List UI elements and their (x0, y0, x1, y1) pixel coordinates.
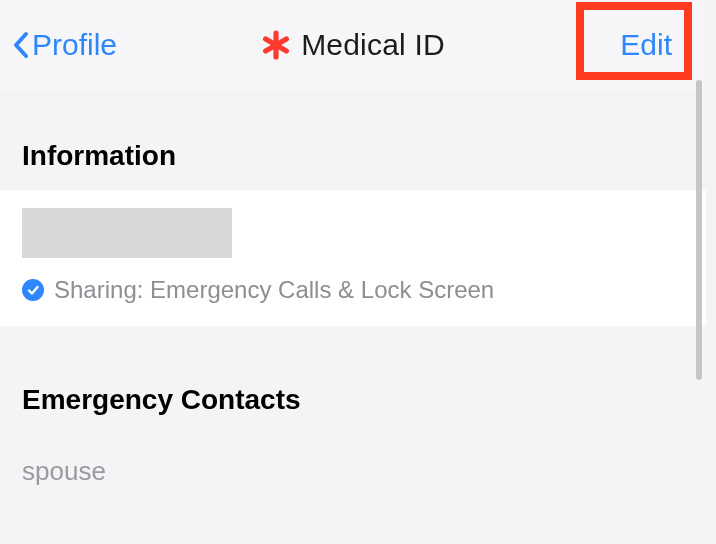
scrollbar[interactable] (696, 80, 702, 380)
section-header-information: Information (0, 90, 706, 190)
emergency-contact-relation: spouse (0, 434, 706, 487)
section-header-emergency-contacts: Emergency Contacts (0, 326, 706, 434)
edit-label: Edit (620, 28, 672, 61)
information-card: Sharing: Emergency Calls & Lock Screen (0, 190, 706, 326)
back-label: Profile (32, 28, 117, 62)
redacted-name (22, 208, 232, 258)
edit-button[interactable]: Edit (606, 22, 686, 68)
sharing-status-row: Sharing: Emergency Calls & Lock Screen (22, 276, 684, 304)
sharing-status-text: Sharing: Emergency Calls & Lock Screen (54, 276, 494, 304)
medical-asterisk-icon (261, 30, 291, 60)
medical-id-screen: Profile Medical ID Edit Information (0, 0, 706, 544)
svg-line-1 (266, 39, 287, 51)
navigation-bar: Profile Medical ID Edit (0, 0, 706, 90)
svg-line-2 (266, 39, 287, 51)
chevron-left-icon (12, 31, 30, 59)
back-button[interactable]: Profile (12, 28, 117, 62)
checkmark-badge-icon (22, 279, 44, 301)
page-title-text: Medical ID (301, 28, 445, 62)
